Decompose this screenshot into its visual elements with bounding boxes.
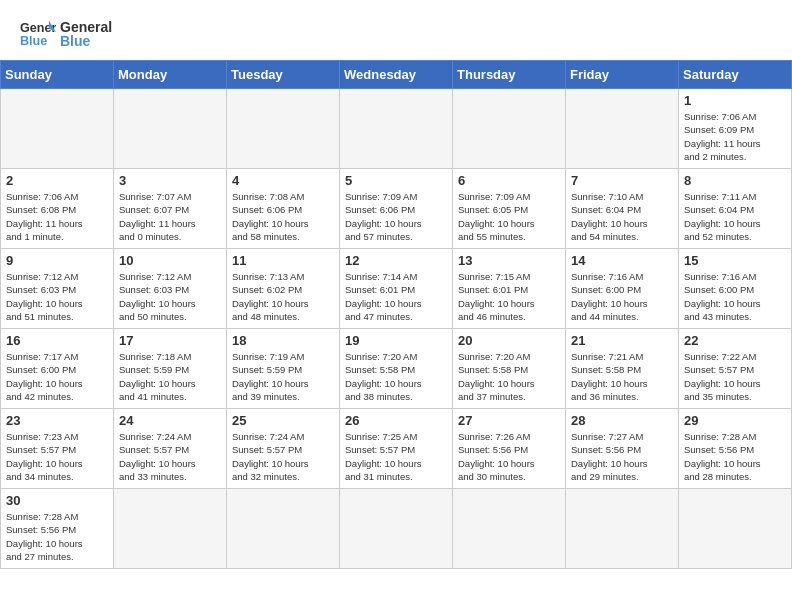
calendar-week-4: 16Sunrise: 7:17 AM Sunset: 6:00 PM Dayli… [1,329,792,409]
calendar-cell: 28Sunrise: 7:27 AM Sunset: 5:56 PM Dayli… [566,409,679,489]
day-info: Sunrise: 7:06 AM Sunset: 6:09 PM Dayligh… [684,110,786,163]
calendar-cell: 14Sunrise: 7:16 AM Sunset: 6:00 PM Dayli… [566,249,679,329]
calendar-cell: 2Sunrise: 7:06 AM Sunset: 6:08 PM Daylig… [1,169,114,249]
calendar-cell [114,489,227,569]
day-number: 21 [571,333,673,348]
day-number: 3 [119,173,221,188]
calendar-week-5: 23Sunrise: 7:23 AM Sunset: 5:57 PM Dayli… [1,409,792,489]
day-info: Sunrise: 7:19 AM Sunset: 5:59 PM Dayligh… [232,350,334,403]
day-number: 13 [458,253,560,268]
calendar-header: SundayMondayTuesdayWednesdayThursdayFrid… [1,61,792,89]
calendar-cell: 24Sunrise: 7:24 AM Sunset: 5:57 PM Dayli… [114,409,227,489]
day-number: 29 [684,413,786,428]
day-number: 16 [6,333,108,348]
calendar-cell: 22Sunrise: 7:22 AM Sunset: 5:57 PM Dayli… [679,329,792,409]
calendar-cell: 1Sunrise: 7:06 AM Sunset: 6:09 PM Daylig… [679,89,792,169]
calendar-cell: 23Sunrise: 7:23 AM Sunset: 5:57 PM Dayli… [1,409,114,489]
calendar-cell: 21Sunrise: 7:21 AM Sunset: 5:58 PM Dayli… [566,329,679,409]
day-number: 5 [345,173,447,188]
day-info: Sunrise: 7:20 AM Sunset: 5:58 PM Dayligh… [458,350,560,403]
day-info: Sunrise: 7:06 AM Sunset: 6:08 PM Dayligh… [6,190,108,243]
day-number: 17 [119,333,221,348]
calendar-cell [453,489,566,569]
calendar-cell [679,489,792,569]
day-number: 30 [6,493,108,508]
calendar-cell: 30Sunrise: 7:28 AM Sunset: 5:56 PM Dayli… [1,489,114,569]
day-number: 20 [458,333,560,348]
day-number: 6 [458,173,560,188]
calendar-cell: 29Sunrise: 7:28 AM Sunset: 5:56 PM Dayli… [679,409,792,489]
calendar-cell: 16Sunrise: 7:17 AM Sunset: 6:00 PM Dayli… [1,329,114,409]
calendar-table: SundayMondayTuesdayWednesdayThursdayFrid… [0,60,792,569]
day-info: Sunrise: 7:23 AM Sunset: 5:57 PM Dayligh… [6,430,108,483]
day-number: 23 [6,413,108,428]
day-number: 25 [232,413,334,428]
day-info: Sunrise: 7:12 AM Sunset: 6:03 PM Dayligh… [6,270,108,323]
logo-icon: General Blue [20,16,56,52]
day-number: 26 [345,413,447,428]
day-info: Sunrise: 7:17 AM Sunset: 6:00 PM Dayligh… [6,350,108,403]
day-number: 27 [458,413,560,428]
calendar-cell: 4Sunrise: 7:08 AM Sunset: 6:06 PM Daylig… [227,169,340,249]
day-header-friday: Friday [566,61,679,89]
day-header-saturday: Saturday [679,61,792,89]
day-header-sunday: Sunday [1,61,114,89]
day-number: 2 [6,173,108,188]
day-info: Sunrise: 7:26 AM Sunset: 5:56 PM Dayligh… [458,430,560,483]
day-header-thursday: Thursday [453,61,566,89]
calendar-cell [227,89,340,169]
day-number: 4 [232,173,334,188]
day-info: Sunrise: 7:08 AM Sunset: 6:06 PM Dayligh… [232,190,334,243]
calendar-cell [340,89,453,169]
day-info: Sunrise: 7:07 AM Sunset: 6:07 PM Dayligh… [119,190,221,243]
calendar-cell: 25Sunrise: 7:24 AM Sunset: 5:57 PM Dayli… [227,409,340,489]
day-info: Sunrise: 7:27 AM Sunset: 5:56 PM Dayligh… [571,430,673,483]
calendar-cell: 18Sunrise: 7:19 AM Sunset: 5:59 PM Dayli… [227,329,340,409]
svg-text:Blue: Blue [20,34,47,48]
calendar-cell: 3Sunrise: 7:07 AM Sunset: 6:07 PM Daylig… [114,169,227,249]
day-number: 11 [232,253,334,268]
calendar-cell: 5Sunrise: 7:09 AM Sunset: 6:06 PM Daylig… [340,169,453,249]
day-info: Sunrise: 7:18 AM Sunset: 5:59 PM Dayligh… [119,350,221,403]
calendar-week-6: 30Sunrise: 7:28 AM Sunset: 5:56 PM Dayli… [1,489,792,569]
day-info: Sunrise: 7:09 AM Sunset: 6:05 PM Dayligh… [458,190,560,243]
calendar-cell: 11Sunrise: 7:13 AM Sunset: 6:02 PM Dayli… [227,249,340,329]
calendar-cell: 15Sunrise: 7:16 AM Sunset: 6:00 PM Dayli… [679,249,792,329]
day-info: Sunrise: 7:11 AM Sunset: 6:04 PM Dayligh… [684,190,786,243]
day-number: 8 [684,173,786,188]
day-header-tuesday: Tuesday [227,61,340,89]
day-info: Sunrise: 7:09 AM Sunset: 6:06 PM Dayligh… [345,190,447,243]
calendar-cell [453,89,566,169]
day-info: Sunrise: 7:12 AM Sunset: 6:03 PM Dayligh… [119,270,221,323]
calendar-cell [340,489,453,569]
calendar-cell [1,89,114,169]
days-of-week-row: SundayMondayTuesdayWednesdayThursdayFrid… [1,61,792,89]
day-number: 10 [119,253,221,268]
calendar-cell: 13Sunrise: 7:15 AM Sunset: 6:01 PM Dayli… [453,249,566,329]
day-number: 24 [119,413,221,428]
calendar-week-3: 9Sunrise: 7:12 AM Sunset: 6:03 PM Daylig… [1,249,792,329]
day-number: 12 [345,253,447,268]
calendar-cell: 26Sunrise: 7:25 AM Sunset: 5:57 PM Dayli… [340,409,453,489]
page-header: General Blue General Blue [0,0,792,60]
day-header-wednesday: Wednesday [340,61,453,89]
day-number: 18 [232,333,334,348]
day-info: Sunrise: 7:24 AM Sunset: 5:57 PM Dayligh… [119,430,221,483]
calendar-cell: 20Sunrise: 7:20 AM Sunset: 5:58 PM Dayli… [453,329,566,409]
calendar-cell: 27Sunrise: 7:26 AM Sunset: 5:56 PM Dayli… [453,409,566,489]
day-info: Sunrise: 7:25 AM Sunset: 5:57 PM Dayligh… [345,430,447,483]
calendar-cell [566,89,679,169]
logo: General Blue General Blue [20,16,112,52]
day-info: Sunrise: 7:21 AM Sunset: 5:58 PM Dayligh… [571,350,673,403]
calendar-body: 1Sunrise: 7:06 AM Sunset: 6:09 PM Daylig… [1,89,792,569]
day-info: Sunrise: 7:28 AM Sunset: 5:56 PM Dayligh… [684,430,786,483]
calendar-week-1: 1Sunrise: 7:06 AM Sunset: 6:09 PM Daylig… [1,89,792,169]
day-info: Sunrise: 7:14 AM Sunset: 6:01 PM Dayligh… [345,270,447,323]
calendar-cell: 17Sunrise: 7:18 AM Sunset: 5:59 PM Dayli… [114,329,227,409]
day-number: 7 [571,173,673,188]
day-info: Sunrise: 7:16 AM Sunset: 6:00 PM Dayligh… [571,270,673,323]
day-number: 9 [6,253,108,268]
calendar-cell: 8Sunrise: 7:11 AM Sunset: 6:04 PM Daylig… [679,169,792,249]
day-number: 15 [684,253,786,268]
day-info: Sunrise: 7:10 AM Sunset: 6:04 PM Dayligh… [571,190,673,243]
